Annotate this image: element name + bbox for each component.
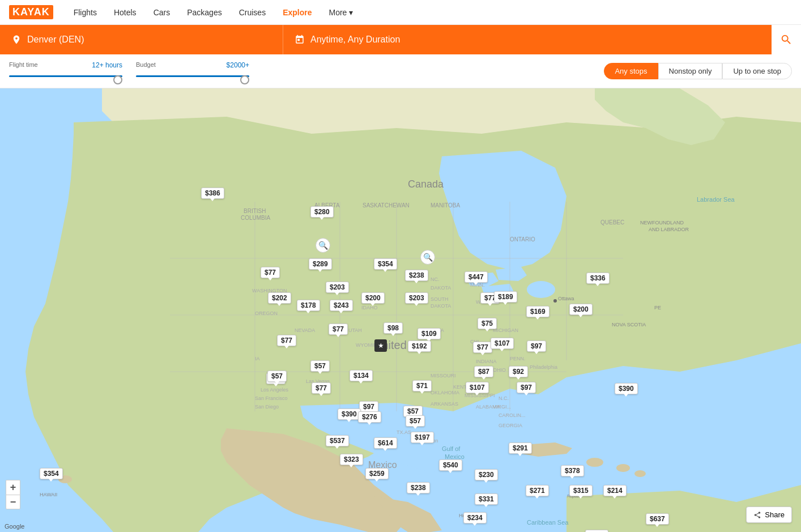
svg-text:NEWFOUNDLAND: NEWFOUNDLAND	[640, 220, 684, 225]
price-label[interactable]: $315	[569, 485, 593, 496]
svg-text:PENN.: PENN.	[510, 356, 526, 361]
price-label[interactable]: $87	[474, 366, 493, 377]
svg-text:Philadelphia: Philadelphia	[530, 364, 557, 370]
svg-text:CAROLIN...: CAROLIN...	[499, 412, 526, 418]
price-label[interactable]: $289	[309, 258, 332, 270]
price-label[interactable]: $202	[268, 292, 291, 304]
price-label[interactable]: $98	[384, 322, 403, 334]
svg-text:OHIO: OHIO	[493, 367, 506, 373]
price-label[interactable]: $189	[494, 291, 517, 303]
price-label[interactable]: $197	[411, 432, 434, 443]
search-origin[interactable]: Denver (DEN)	[0, 25, 283, 54]
price-label[interactable]: $77	[473, 342, 492, 353]
price-label[interactable]: $57	[267, 371, 287, 382]
up-to-one-stop-button[interactable]: Up to one stop	[722, 63, 792, 79]
price-label[interactable]: $77	[329, 324, 348, 335]
price-label[interactable]: $243	[330, 300, 353, 311]
price-label[interactable]: $390	[338, 408, 361, 420]
zoom-controls: + −	[6, 480, 20, 509]
price-label[interactable]: $331	[475, 493, 498, 505]
price-label[interactable]: $71	[412, 380, 432, 391]
price-label[interactable]: $238	[407, 482, 430, 493]
price-label[interactable]: $75	[478, 318, 497, 329]
price-label[interactable]: $107	[491, 338, 514, 349]
zoom-out-button[interactable]: −	[6, 495, 20, 509]
price-label[interactable]: $57	[310, 360, 330, 372]
price-label[interactable]: $386	[201, 188, 224, 199]
svg-text:NC.: NC.	[431, 276, 440, 282]
price-label[interactable]: $97	[527, 341, 546, 352]
nonstop-only-button[interactable]: Nonstop only	[658, 63, 723, 79]
nav-cruises[interactable]: Cruises	[232, 5, 272, 20]
price-label[interactable]: $200	[569, 304, 593, 315]
svg-point-1	[586, 458, 603, 467]
budget-slider[interactable]	[136, 71, 249, 82]
svg-point-65	[553, 299, 557, 303]
svg-text:QUEBEC: QUEBEC	[600, 219, 624, 225]
price-label[interactable]: $107	[466, 382, 489, 393]
price-label[interactable]: $200	[361, 292, 385, 304]
share-button[interactable]: Share	[746, 507, 792, 523]
search-button[interactable]	[772, 25, 801, 54]
price-label[interactable]: $203	[405, 292, 428, 304]
price-label[interactable]: $230	[475, 469, 498, 480]
svg-text:N.C.: N.C.	[499, 395, 509, 401]
price-label[interactable]: $97	[517, 382, 536, 393]
price-label[interactable]: $238	[405, 270, 428, 281]
price-label[interactable]: $77	[277, 335, 296, 346]
map-zoom-icon-1[interactable]: 🔍	[316, 238, 330, 253]
flight-time-thumb[interactable]	[113, 75, 122, 84]
nav-packages[interactable]: Packages	[180, 5, 228, 20]
price-label[interactable]: $310	[585, 530, 608, 532]
svg-text:MANITOBA: MANITOBA	[431, 202, 460, 208]
price-label[interactable]: $336	[586, 273, 610, 284]
flight-time-track	[9, 75, 122, 77]
price-label[interactable]: $354	[374, 258, 397, 270]
price-label[interactable]: $214	[603, 485, 627, 496]
price-label[interactable]: $169	[526, 306, 549, 317]
price-label[interactable]: $271	[526, 485, 549, 496]
price-label[interactable]: $280	[310, 206, 334, 218]
map-zoom-icon-2[interactable]: 🔍	[420, 250, 435, 265]
price-label[interactable]: $378	[561, 465, 584, 476]
price-label[interactable]: $390	[615, 383, 638, 394]
price-label[interactable]: $259	[365, 468, 389, 479]
price-label[interactable]: $354	[40, 468, 63, 479]
logo[interactable]: KAYAK	[9, 5, 53, 19]
svg-text:Caribbean Sea: Caribbean Sea	[527, 519, 569, 526]
price-label[interactable]: $234	[463, 512, 487, 524]
map-container[interactable]: Canada BRITISH COLUMBIA ALBERTA SASKATCH…	[0, 88, 801, 532]
budget-thumb[interactable]	[240, 75, 249, 84]
svg-point-3	[634, 470, 646, 477]
svg-text:BRITISH: BRITISH	[244, 208, 266, 214]
nav-explore[interactable]: Explore	[276, 5, 318, 20]
price-label[interactable]: $637	[646, 513, 669, 525]
price-label[interactable]: $323	[340, 454, 363, 465]
nav-flights[interactable]: Flights	[67, 5, 104, 20]
flight-time-value: 12+ hours	[92, 61, 122, 69]
price-label[interactable]: $92	[509, 366, 528, 377]
price-label[interactable]: $291	[509, 442, 532, 454]
search-date[interactable]: Anytime, Any Duration	[283, 25, 772, 54]
any-stops-button[interactable]: Any stops	[604, 63, 658, 79]
price-label[interactable]: $192	[408, 341, 431, 352]
nav-more[interactable]: More ▾	[322, 5, 360, 20]
price-label[interactable]: $276	[358, 411, 381, 423]
price-label[interactable]: $537	[326, 435, 349, 446]
price-label[interactable]: $109	[417, 328, 441, 339]
price-label[interactable]: $614	[374, 437, 397, 449]
price-label[interactable]: $178	[297, 300, 320, 311]
price-label[interactable]: $77	[261, 267, 280, 278]
zoom-in-button[interactable]: +	[6, 480, 20, 495]
svg-text:OKLAHOMA: OKLAHOMA	[431, 390, 459, 395]
price-label[interactable]: $540	[439, 459, 462, 471]
flight-time-slider[interactable]	[9, 71, 122, 82]
nav-hotels[interactable]: Hotels	[107, 5, 143, 20]
price-label[interactable]: $57	[406, 415, 425, 427]
price-label[interactable]: $97	[359, 401, 378, 412]
price-label[interactable]: $203	[326, 282, 349, 293]
nav-cars[interactable]: Cars	[147, 5, 177, 20]
price-label[interactable]: $77	[312, 382, 331, 394]
price-label[interactable]: $134	[350, 370, 373, 381]
price-label[interactable]: $447	[465, 271, 488, 283]
